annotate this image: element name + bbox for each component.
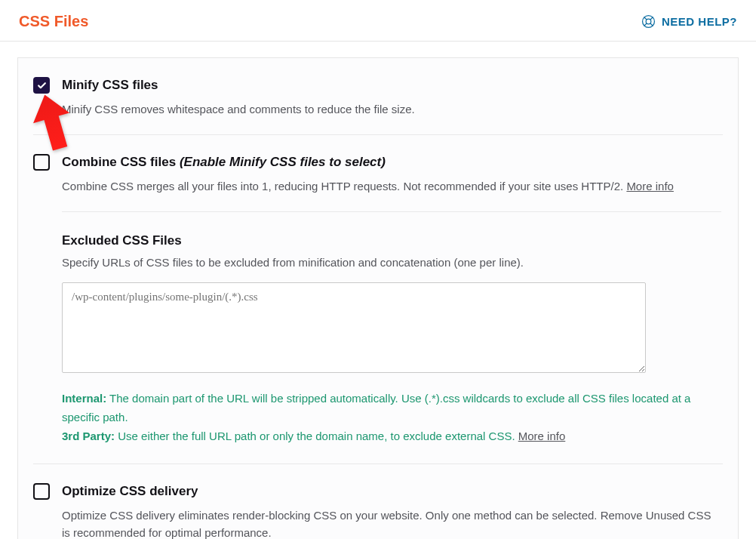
svg-line-2 [644,17,647,20]
combine-css-hint: (Enable Minify CSS files to select) [180,155,386,169]
svg-line-5 [650,23,653,26]
note-internal-label: Internal: [62,392,106,405]
note-thirdparty-text: Use either the full URL path or only the… [115,430,518,442]
css-settings-panel: Minify CSS files Minify CSS removes whit… [17,57,739,539]
minify-css-checkbox[interactable] [33,77,50,94]
combine-css-title: Combine CSS files (Enable Minify CSS fil… [62,153,721,171]
optimize-css-title: Optimize CSS delivery [62,482,721,500]
setting-combine-css: Combine CSS files (Enable Minify CSS fil… [33,134,723,211]
combine-css-description-text: Combine CSS merges all your files into 1… [62,180,623,192]
page-title: CSS Files [19,13,88,30]
excluded-css-block: Excluded CSS Files Specify URLs of CSS f… [62,211,721,464]
excluded-css-textarea[interactable] [62,282,646,373]
panel-header: CSS Files NEED HELP? [0,0,756,42]
combine-css-title-text: Combine CSS files [62,155,176,169]
setting-minify-css: Minify CSS files Minify CSS removes whit… [18,58,738,134]
svg-point-1 [646,19,651,24]
minify-css-description: Minify CSS removes whitespace and commen… [62,100,721,118]
svg-line-4 [644,23,647,26]
setting-optimize-css: Optimize CSS delivery Optimize CSS deliv… [33,464,723,539]
minify-css-title: Minify CSS files [62,76,721,94]
excluded-css-description: Specify URLs of CSS files to be excluded… [62,256,721,269]
optimize-css-checkbox[interactable] [33,483,50,500]
note-thirdparty-label: 3rd Party: [62,430,115,442]
optimize-css-description: Optimize CSS delivery eliminates render-… [62,507,721,539]
excluded-css-more-info-link[interactable]: More info [518,430,566,442]
combine-css-description: Combine CSS merges all your files into 1… [62,177,721,195]
excluded-css-title: Excluded CSS Files [62,233,721,248]
need-help-label: NEED HELP? [662,15,737,28]
note-internal-text: The domain part of the URL will be strip… [62,392,690,424]
need-help-link[interactable]: NEED HELP? [641,14,737,29]
svg-line-3 [650,17,653,20]
combine-css-more-info-link[interactable]: More info [626,180,674,192]
excluded-css-notes: Internal: The domain part of the URL wil… [62,390,721,445]
combine-css-checkbox[interactable] [33,154,50,171]
lifebuoy-icon [641,14,656,29]
